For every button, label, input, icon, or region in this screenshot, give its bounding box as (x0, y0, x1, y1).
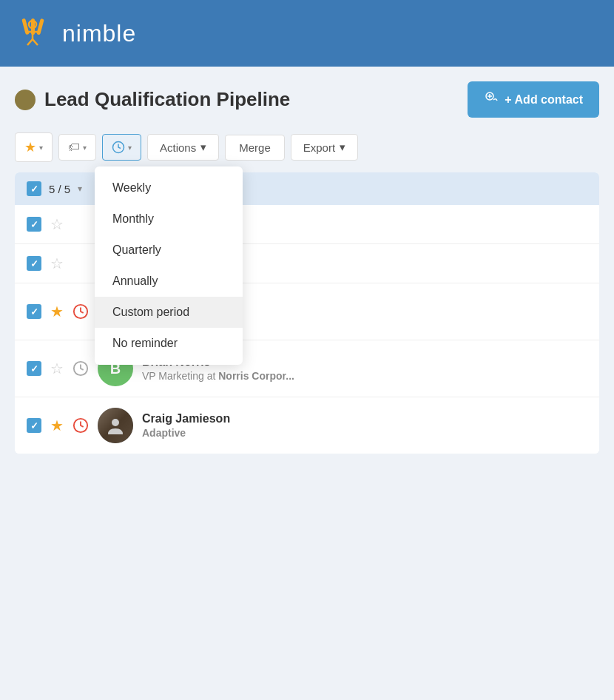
nimble-logo-icon (15, 14, 53, 53)
contact-star-3[interactable]: ★ (50, 303, 64, 320)
toolbar: ★ ▾ 🏷 ▾ ▾ Weekly Monthly Quarterly Annua (15, 132, 599, 162)
merge-button[interactable]: Merge (225, 135, 285, 161)
add-contact-icon (484, 90, 499, 109)
contact-checkbox-1[interactable] (27, 217, 41, 232)
title-left: Lead Qualification Pipeline (15, 88, 290, 111)
contact-clock-4 (72, 360, 89, 377)
contact-title-4: VP Marketing at Norris Corpor... (142, 370, 587, 382)
svg-point-15 (112, 419, 119, 426)
clock-filter-button[interactable]: ▾ (102, 134, 141, 161)
actions-button[interactable]: Actions ▾ (147, 134, 219, 161)
contact-checkbox-3[interactable] (27, 304, 41, 319)
tag-chevron-icon: ▾ (83, 144, 87, 152)
clock-filter-container: ▾ Weekly Monthly Quarterly Annually Cust… (102, 134, 141, 161)
add-contact-button[interactable]: + Add contact (468, 81, 599, 118)
contact-star-1[interactable]: ☆ (50, 215, 64, 233)
export-chevron-icon: ▾ (340, 141, 345, 154)
pipeline-dot (15, 90, 36, 110)
tag-filter-button[interactable]: 🏷 ▾ (58, 134, 96, 161)
contact-checkbox-5[interactable] (27, 418, 41, 433)
dropdown-item-quarterly[interactable]: Quarterly (95, 235, 243, 266)
merge-label: Merge (239, 141, 271, 154)
clock-filter-icon (112, 141, 125, 154)
tag-icon: 🏷 (68, 141, 80, 154)
clock-chevron-icon: ▾ (128, 144, 132, 152)
export-label: Export (303, 141, 335, 154)
add-contact-label: + Add contact (505, 93, 583, 107)
contact-star-4[interactable]: ☆ (50, 360, 64, 377)
contact-row: ★ Craig Jamieson Adaptive (15, 397, 599, 454)
contact-clock-5 (72, 417, 89, 434)
svg-line-7 (33, 39, 38, 45)
svg-line-6 (27, 39, 33, 45)
dropdown-item-weekly[interactable]: Weekly (95, 172, 243, 203)
clock-dropdown-menu: Weekly Monthly Quarterly Annually Custom… (95, 166, 243, 365)
logo: nimble (15, 14, 136, 53)
dropdown-item-custom[interactable]: Custom period (95, 297, 243, 328)
contact-clock-3 (72, 303, 89, 320)
contact-checkbox-4[interactable] (27, 361, 41, 376)
app-header: nimble (0, 0, 614, 67)
select-all-checkbox[interactable] (27, 181, 41, 196)
dropdown-item-monthly[interactable]: Monthly (95, 203, 243, 235)
contact-info-5: Craig Jamieson Adaptive (142, 412, 587, 439)
star-chevron-icon: ▾ (39, 144, 43, 152)
contact-avatar-5 (98, 408, 133, 443)
contact-company-5: Adaptive (142, 427, 186, 439)
title-row: Lead Qualification Pipeline + Add contac… (15, 81, 599, 118)
contact-title-5: Adaptive (142, 427, 587, 439)
dropdown-item-no-reminder[interactable]: No reminder (95, 328, 243, 359)
contact-name-5: Craig Jamieson (142, 412, 587, 425)
logo-text: nimble (62, 20, 136, 47)
contact-title-text-4: VP Marketing at (142, 370, 218, 382)
select-count-chevron-icon: ▾ (78, 184, 82, 194)
contact-star-5[interactable]: ★ (50, 417, 64, 434)
contact-star-2[interactable]: ☆ (50, 255, 64, 272)
actions-label: Actions (160, 141, 196, 154)
star-filter-button[interactable]: ★ ▾ (15, 132, 53, 162)
contact-company-4: Norris Corpor... (218, 370, 294, 382)
dropdown-item-annually[interactable]: Annually (95, 266, 243, 297)
export-button[interactable]: Export ▾ (291, 134, 358, 161)
select-count: 5 / 5 (49, 183, 70, 195)
actions-chevron-icon: ▾ (200, 141, 206, 154)
star-filter-icon: ★ (24, 139, 36, 155)
contact-checkbox-2[interactable] (27, 256, 41, 271)
page-title: Lead Qualification Pipeline (44, 88, 290, 111)
